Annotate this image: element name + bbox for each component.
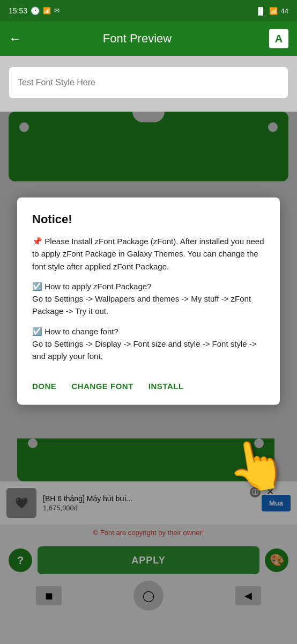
change-font-button[interactable]: CHANGE FONT [71,377,142,395]
dialog-paragraph-1: 📌 Please Install zFont Package (zFont). … [32,235,265,273]
dialog-body: 📌 Please Install zFont Package (zFont). … [32,235,265,362]
main-content: Notice! 📌 Please Install zFont Package (… [0,56,297,612]
dialog-actions: DONE CHANGE FONT INSTALL [32,373,265,395]
status-right: ▐▌ 📶 44 [256,7,288,15]
alarm-icon: 🕐 [31,6,40,15]
notice-dialog: Notice! 📌 Please Install zFont Package (… [17,197,280,405]
mail-icon: ✉ [54,7,60,14]
signal-icon: ▐▌ [256,7,265,15]
status-bar: 15:53 🕐 📶 ✉ ▐▌ 📶 44 [0,0,297,21]
font-input-area [0,56,297,107]
sim-icon: 📶 [43,7,51,14]
page-title: Font Preview [5,32,269,46]
battery-icon: 44 [281,7,288,15]
font-preview-icon[interactable]: A [269,29,288,48]
dialog-overlay: Notice! 📌 Please Install zFont Package (… [0,112,297,644]
wifi-icon: 📶 [269,7,278,15]
dialog-paragraph-2: ☑️ How to apply zFont Package? Go to Set… [32,280,265,318]
font-test-input[interactable] [9,67,288,99]
dialog-title: Notice! [32,213,265,226]
status-left: 15:53 🕐 📶 ✉ [9,6,60,15]
status-time: 15:53 [9,6,27,15]
hand-cursor-icon: 👆 [222,433,291,499]
toolbar: ← Font Preview A [0,21,297,56]
done-button[interactable]: DONE [32,377,65,395]
install-button[interactable]: INSTALL [148,377,192,395]
dialog-paragraph-3: ☑️ How to change font? Go to Settings ->… [32,325,265,363]
